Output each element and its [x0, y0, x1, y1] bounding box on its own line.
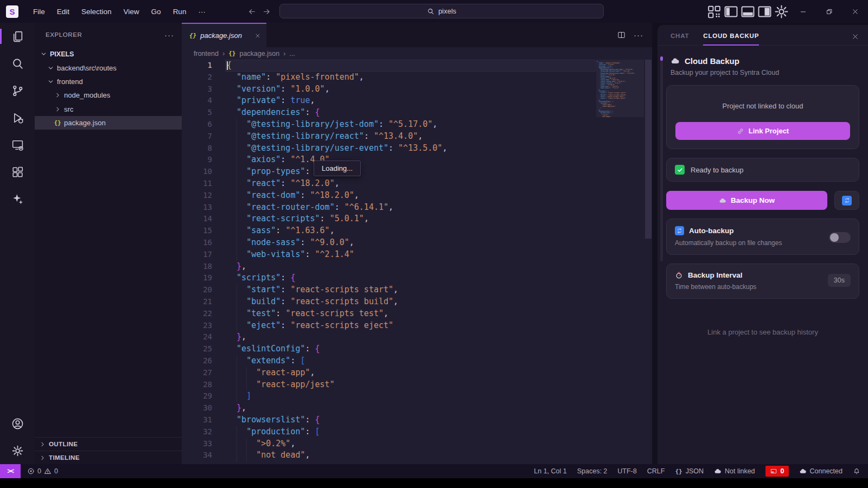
menu-item-run[interactable]: Run — [167, 5, 193, 18]
problems-indicator[interactable]: 0 0 — [27, 467, 58, 475]
code-line-34[interactable]: 34 "not dead", — [182, 450, 652, 461]
code-line-12[interactable]: 12 "react-dom": "^18.2.0", — [182, 190, 652, 202]
tree-item-node-modules[interactable]: node_modules — [35, 88, 182, 102]
code-line-11[interactable]: 11 "react": "^18.2.0", — [182, 178, 652, 190]
code-line-10[interactable]: 10 "prop-types": — [182, 166, 652, 178]
status-spaces-2[interactable]: Spaces: 2 — [577, 467, 608, 475]
breadcrumb-file[interactable]: package.json — [239, 50, 279, 57]
code-line-19[interactable]: 19 "scripts": { — [182, 272, 652, 284]
editor-more-icon[interactable]: ··· — [634, 30, 643, 40]
tree-item-backend-src-routes[interactable]: backend\src\routes — [35, 61, 182, 74]
close-button[interactable] — [842, 0, 868, 23]
forward-icon[interactable] — [262, 7, 271, 16]
status-ln-1-col-1[interactable]: Ln 1, Col 1 — [534, 467, 566, 475]
sync-button[interactable] — [834, 191, 859, 210]
code-line-30[interactable]: 30 }, — [182, 402, 652, 414]
code-line-32[interactable]: 32 "production": [ — [182, 426, 652, 438]
back-icon[interactable] — [247, 7, 257, 16]
breadcrumb-folder[interactable]: frontend — [194, 50, 219, 57]
backup-now-button[interactable]: Backup Now — [666, 191, 827, 210]
sidebar-more-icon[interactable]: ··· — [164, 30, 174, 40]
tree-item-frontend[interactable]: frontend — [35, 75, 182, 88]
code-line-1[interactable]: 1{ — [182, 60, 652, 72]
code-line-23[interactable]: 23 "eject": "react-scripts eject" — [182, 320, 652, 332]
code-line-14[interactable]: 14 "react-scripts": "5.0.1", — [182, 213, 652, 225]
code-line-27[interactable]: 27 "react-app", — [182, 367, 652, 379]
breadcrumb-symbol[interactable]: ... — [289, 50, 295, 57]
link-project-button[interactable]: Link Project — [675, 122, 850, 140]
code-line-17[interactable]: 17 "web-vitals": "^2.1.4" — [182, 249, 652, 261]
activity-item-sparkles[interactable] — [0, 185, 35, 213]
editor-scrollbar[interactable] — [644, 60, 652, 464]
section-outline[interactable]: OUTLINE — [35, 437, 182, 451]
activity-item-search[interactable] — [0, 50, 35, 77]
status-bell[interactable] — [853, 467, 860, 475]
code-line-33[interactable]: 33 ">0.2%", — [182, 438, 652, 450]
panel-scrollbar[interactable] — [660, 56, 663, 261]
code-line-28[interactable]: 28 "react-app/jest" — [182, 379, 652, 391]
status-0[interactable]: 0 — [765, 466, 789, 477]
tree-item-src[interactable]: src — [35, 102, 182, 116]
toggle-panel-icon[interactable] — [739, 3, 756, 20]
minimap[interactable]: { "name": "pixels-frontend", "version": … — [597, 61, 643, 118]
menu-item-[interactable]: ··· — [192, 5, 212, 18]
activity-item-run-debug[interactable] — [0, 104, 35, 131]
code-line-18[interactable]: 18 }, — [182, 261, 652, 273]
activity-item-remote-explorer[interactable] — [0, 131, 35, 158]
customize-layout-icon[interactable] — [706, 3, 723, 20]
activity-item-extensions[interactable] — [0, 158, 35, 185]
menu-item-view[interactable]: View — [118, 5, 145, 18]
scrollbar-thumb[interactable] — [645, 60, 652, 239]
code-line-20[interactable]: 20 "start": "react-scripts start", — [182, 284, 652, 296]
activity-item-source-control[interactable] — [0, 77, 35, 104]
command-center-search[interactable]: pixels — [279, 4, 604, 18]
auto-backup-toggle[interactable] — [829, 232, 851, 243]
code-line-5[interactable]: 5 "dependencies": { — [182, 107, 652, 119]
menu-item-edit[interactable]: Edit — [51, 5, 75, 18]
split-editor-icon[interactable] — [617, 30, 626, 40]
tab-chat[interactable]: CHAT — [671, 33, 689, 46]
code-line-4[interactable]: 4 "private": true, — [182, 95, 652, 107]
code-editor[interactable]: 1{2 "name": "pixels-frontend",3 "version… — [182, 60, 652, 464]
tree-item-package-json[interactable]: {}package.json — [35, 116, 182, 130]
activity-item-account[interactable] — [0, 410, 35, 437]
menu-item-go[interactable]: Go — [145, 5, 167, 18]
code-line-8[interactable]: 8 "@testing-library/user-event": "^13.5.… — [182, 143, 652, 155]
code-line-29[interactable]: 29 ] — [182, 390, 652, 402]
code-line-21[interactable]: 21 "build": "react-scripts build", — [182, 296, 652, 308]
status-connected[interactable]: Connected — [799, 467, 843, 475]
status-not-linked[interactable]: Not linked — [714, 467, 755, 475]
code-line-25[interactable]: 25 "eslintConfig": { — [182, 343, 652, 355]
code-line-15[interactable]: 15 "sass": "^1.63.6", — [182, 225, 652, 237]
menu-item-selection[interactable]: Selection — [75, 5, 118, 18]
toggle-secondary-sidebar-icon[interactable] — [756, 3, 773, 20]
code-line-3[interactable]: 3 "version": "1.0.0", — [182, 84, 652, 95]
code-line-16[interactable]: 16 "node-sass": "^9.0.0", — [182, 237, 652, 249]
tab-close-icon[interactable] — [254, 33, 261, 39]
minimize-button[interactable] — [790, 0, 816, 23]
section-timeline[interactable]: TIMELINE — [35, 451, 182, 464]
activity-item-explorer[interactable] — [0, 23, 35, 50]
tab-package-json[interactable]: {} package.json — [182, 23, 266, 47]
code-line-9[interactable]: 9 "axios": "^1.4.0", — [182, 154, 652, 166]
panel-close-icon[interactable] — [851, 33, 859, 41]
restore-button[interactable] — [816, 0, 842, 23]
remote-indicator[interactable]: >< — [0, 464, 21, 478]
code-line-7[interactable]: 7 "@testing-library/react": "^13.4.0", — [182, 131, 652, 143]
tree-item-pixels[interactable]: PIXELS — [35, 47, 182, 61]
code-line-6[interactable]: 6 "@testing-library/jest-dom": "^5.17.0"… — [182, 119, 652, 131]
code-line-22[interactable]: 22 "test": "react-scripts test", — [182, 308, 652, 320]
settings-gear-icon[interactable] — [773, 3, 790, 20]
code-line-13[interactable]: 13 "react-router-dom": "^6.14.1", — [182, 202, 652, 214]
interval-value[interactable]: 30s — [828, 274, 851, 287]
code-line-26[interactable]: 26 "extends": [ — [182, 355, 652, 367]
code-line-2[interactable]: 2 "name": "pixels-frontend", — [182, 72, 652, 84]
toggle-sidebar-icon[interactable] — [723, 3, 739, 20]
activity-item-settings[interactable] — [0, 437, 35, 464]
status-utf-8[interactable]: UTF-8 — [617, 467, 636, 475]
status-json[interactable]: {}JSON — [675, 467, 704, 475]
status-crlf[interactable]: CRLF — [647, 467, 665, 475]
tab-cloud-backup[interactable]: CLOUD BACKUP — [703, 33, 759, 46]
code-line-24[interactable]: 24 }, — [182, 331, 652, 343]
code-line-31[interactable]: 31 "browserslist": { — [182, 414, 652, 426]
